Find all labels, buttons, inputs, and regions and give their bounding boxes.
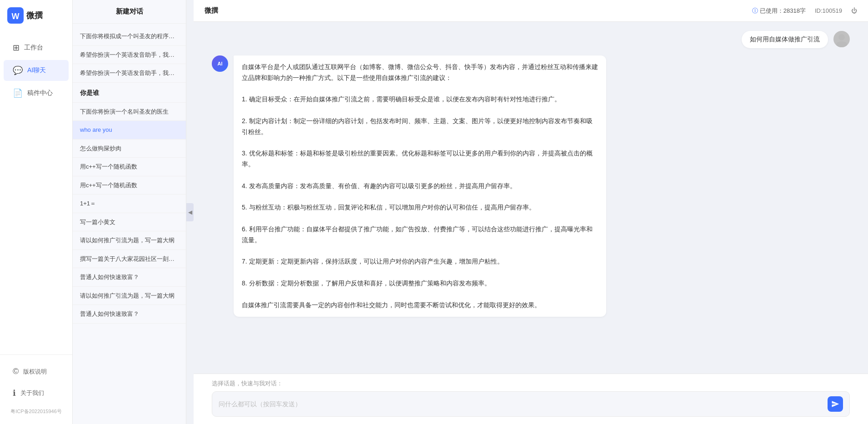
- conv-item-youshi: 你是谁: [73, 83, 186, 103]
- input-box: [212, 391, 850, 417]
- conv-item-1[interactable]: 下面你将模拟成一个叫圣友的程序员，我说...: [73, 27, 186, 46]
- nav-label-ai-chat: AI聊天: [27, 66, 46, 75]
- ai-para-8: 8. 分析数据：定期分析数据，了解用户反馈和喜好，以便调整推广策略和内容发布频率…: [242, 278, 598, 289]
- nav-label-workbench: 工作台: [24, 44, 43, 52]
- ai-chat-icon: 💬: [13, 65, 23, 75]
- nav-item-drafts[interactable]: 📄 稿件中心: [4, 83, 69, 104]
- ai-para-1: 1. 确定目标受众：在开始自媒体推广引流之前，需要明确目标受众是谁，以便在发布内…: [242, 94, 598, 105]
- icp-text: 粤ICP备2022015946号: [0, 404, 72, 419]
- token-icon: Ⓘ: [752, 7, 758, 15]
- nav-items: ⊞ 工作台 💬 AI聊天 📄 稿件中心: [0, 33, 72, 354]
- conv-item-5[interactable]: 下面你将扮演一个名叫圣友的医生: [73, 103, 186, 121]
- nav-label-copyright: 版权说明: [23, 368, 47, 376]
- send-button[interactable]: [828, 396, 843, 412]
- workbench-icon: ⊞: [13, 43, 20, 53]
- svg-text:W: W: [12, 12, 20, 21]
- svg-point-2: [838, 34, 845, 40]
- ai-message-row: AI 自媒体平台是个人或团队通过互联网平台（如博客、微博、微信公众号、抖音、快手…: [212, 55, 850, 317]
- power-icon[interactable]: ⏻: [851, 7, 857, 14]
- token-info: Ⓘ 已使用：28318字: [752, 7, 806, 15]
- collapse-sidebar-button[interactable]: ◀: [186, 203, 194, 221]
- nav-item-ai-chat[interactable]: 💬 AI聊天: [4, 60, 69, 81]
- user-avatar: [833, 31, 850, 47]
- logo-icon: W: [7, 7, 24, 24]
- main-content: 微撰 Ⓘ 已使用：28318字 ID:100519 ⏻ 如何用自媒体做推广引流 …: [194, 0, 868, 424]
- nav-item-about[interactable]: ℹ 关于我们: [4, 383, 69, 404]
- conv-item-8[interactable]: 用c++写一个随机函数: [73, 158, 186, 176]
- send-icon: [831, 400, 839, 408]
- conv-item-14[interactable]: 普通人如何快速致富？: [73, 268, 186, 287]
- chat-area: 如何用自媒体做推广引流 AI 自媒体平台是个人或团队通过互联网平台（如博客、微博…: [194, 22, 868, 374]
- ai-para-4: 4. 发布高质量内容：发布高质量、有价值、有趣的内容可以吸引更多的粉丝，并提高用…: [242, 181, 598, 192]
- ai-para-6: 6. 利用平台推广功能：自媒体平台都提供了推广功能，如广告投放、付费推广等，可以…: [242, 224, 598, 246]
- input-area: 选择话题，快速与我对话：: [194, 374, 868, 424]
- chat-input[interactable]: [219, 400, 823, 408]
- ai-para-0: 自媒体平台是个人或团队通过互联网平台（如博客、微博、微信公众号、抖音、快手等）发…: [242, 62, 598, 84]
- drafts-icon: 📄: [13, 88, 23, 98]
- ai-para-2: 2. 制定内容计划：制定一份详细的内容计划，包括发布时间、频率、主题、文案、图片…: [242, 116, 598, 138]
- logo-area: W 微撰: [0, 0, 72, 33]
- logo-text: 微撰: [26, 10, 43, 21]
- conv-item-3[interactable]: 希望你扮演一个英语发音助手，我提供给你...: [73, 64, 186, 83]
- conv-item-13[interactable]: 撰写一篇关于八大家花园社区一刻钟便民生...: [73, 250, 186, 269]
- ai-para-9: 自媒体推广引流需要具备一定的内容创作和社交能力，同时也需要不断尝试和优化，才能取…: [242, 300, 598, 311]
- ai-avatar: AI: [212, 55, 228, 72]
- new-chat-button[interactable]: 新建对话: [73, 0, 186, 24]
- user-question-bubble: 如何用自媒体做推广引流: [742, 31, 828, 48]
- user-message-row: 如何用自媒体做推广引流: [212, 31, 850, 48]
- svg-point-3: [836, 41, 847, 47]
- topbar: 微撰 Ⓘ 已使用：28318字 ID:100519 ⏻: [194, 0, 868, 22]
- conv-item-9[interactable]: 用c++写一个随机函数: [73, 176, 186, 195]
- conversation-list: 新建对话 下面你将模拟成一个叫圣友的程序员，我说... 希望你扮演一个英语发音助…: [73, 0, 186, 424]
- ai-para-3: 3. 优化标题和标签：标题和标签是吸引粉丝的重要因素。优化标题和标签可以让更多的…: [242, 148, 598, 170]
- nav-label-about: 关于我们: [20, 389, 44, 397]
- token-label: 已使用：28318字: [760, 7, 806, 15]
- ai-para-7: 7. 定期更新：定期更新内容，保持活跃度，可以让用户对你的内容产生兴趣，增加用户…: [242, 256, 598, 267]
- conv-item-7[interactable]: 怎么做狗屎炒肉: [73, 140, 186, 158]
- conv-item-16[interactable]: 普通人如何快速致富？: [73, 305, 186, 324]
- left-navigation: W 微撰 ⊞ 工作台 💬 AI聊天 📄 稿件中心 © 版权说明 ℹ 关于我们 粤…: [0, 0, 73, 424]
- conv-item-6[interactable]: who are you: [73, 121, 186, 140]
- about-icon: ℹ: [13, 388, 16, 398]
- ai-message-bubble: 自媒体平台是个人或团队通过互联网平台（如博客、微博、微信公众号、抖音、快手等）发…: [234, 55, 606, 317]
- nav-bottom: © 版权说明 ℹ 关于我们 粤ICP备2022015946号: [0, 354, 72, 424]
- topbar-title: 微撰: [205, 6, 218, 15]
- ai-para-5: 5. 与粉丝互动：积极与粉丝互动，回复评论和私信，可以增加用户对你的认可和信任，…: [242, 202, 598, 213]
- copyright-icon: ©: [13, 367, 19, 376]
- conv-item-11[interactable]: 写一篇小黄文: [73, 213, 186, 232]
- conv-item-10[interactable]: 1+1＝: [73, 195, 186, 213]
- nav-item-copyright[interactable]: © 版权说明: [4, 361, 69, 382]
- conv-item-12[interactable]: 请以如何推广引流为题，写一篇大纲: [73, 231, 186, 250]
- conversation-items: 下面你将模拟成一个叫圣友的程序员，我说... 希望你扮演一个英语发音助手，我提供…: [73, 24, 186, 424]
- conv-item-2[interactable]: 希望你扮演一个英语发音助手，我提供给你...: [73, 46, 186, 65]
- topbar-right: Ⓘ 已使用：28318字 ID:100519 ⏻: [752, 7, 857, 15]
- quick-prompts-label: 选择话题，快速与我对话：: [212, 379, 850, 388]
- nav-label-drafts: 稿件中心: [27, 89, 53, 97]
- id-label: ID:100519: [815, 7, 842, 14]
- nav-item-workbench[interactable]: ⊞ 工作台: [4, 37, 69, 58]
- conv-item-15[interactable]: 请以如何推广引流为题，写一篇大纲: [73, 287, 186, 305]
